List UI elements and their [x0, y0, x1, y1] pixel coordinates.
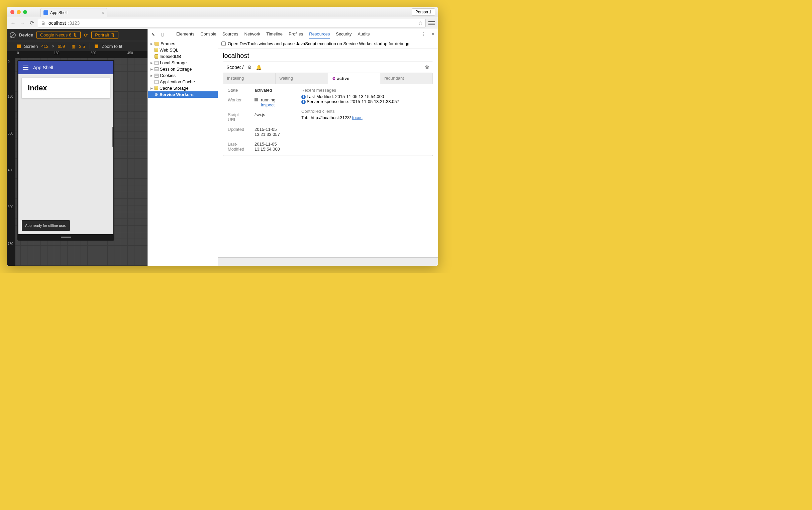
browser-menu-button[interactable] — [428, 21, 435, 25]
script-value: /sw.js — [254, 112, 265, 122]
device-mode-toggle-icon[interactable]: ▯ — [161, 31, 164, 37]
sw-tab-installing[interactable]: installing — [223, 73, 276, 84]
tab-security[interactable]: Security — [336, 31, 352, 36]
zoom-checkbox[interactable] — [95, 45, 98, 48]
bell-icon[interactable]: 🔔 — [256, 64, 262, 70]
phone-screen[interactable]: App Shell Index App ready for offline us… — [19, 61, 113, 234]
offline-toast: App ready for offline use. — [22, 220, 70, 231]
devtools-close-icon[interactable]: × — [432, 31, 434, 37]
tab-console[interactable]: Console — [200, 31, 216, 36]
tree-label: Session Storage — [160, 66, 192, 72]
tab-close-button[interactable]: × — [102, 10, 104, 16]
hamburger-icon[interactable] — [23, 65, 28, 69]
ruler-tick: 0 — [17, 51, 19, 55]
sw-tab-label: active — [337, 76, 350, 81]
device-bar-1: Device Google Nexus 6 ⇅ ⟳ Portrait ⇅ — [7, 29, 148, 41]
no-throttle-icon[interactable] — [10, 32, 16, 38]
ruler-tick: 150 — [8, 95, 13, 98]
tree-label: IndexedDB — [159, 54, 181, 59]
tree-indexeddb[interactable]: IndexedDB — [148, 53, 218, 60]
screen-width[interactable]: 412 — [41, 44, 49, 49]
dpr-value[interactable]: 3.5 — [79, 44, 85, 49]
tab-network[interactable]: Network — [244, 31, 261, 36]
tree-appcache[interactable]: Application Cache — [148, 79, 218, 85]
msg-row: iLast-Modified: 2015-11-05 13:15:54.000 — [301, 94, 399, 99]
browser-tab[interactable]: App Shell × — [40, 8, 107, 17]
tab-audits[interactable]: Audits — [358, 31, 369, 36]
tab-sources[interactable]: Sources — [222, 31, 238, 36]
reload-button[interactable]: ⟳ — [28, 20, 35, 26]
content-area: Device Google Nexus 6 ⇅ ⟳ Portrait ⇅ Scr… — [7, 29, 438, 266]
stop-icon[interactable] — [254, 98, 258, 102]
screen-height[interactable]: 659 — [58, 44, 65, 49]
msg-text: Last-Modified: 2015-11-05 13:15:54.000 — [307, 94, 384, 99]
tree-cookies[interactable]: ▶Cookies — [148, 72, 218, 79]
sw-tab-waiting[interactable]: waiting — [276, 73, 328, 84]
ruler-tick: 0 — [8, 60, 10, 64]
dpr-icon[interactable]: ▦ — [71, 44, 76, 49]
worker-value: runninginspect — [254, 97, 275, 107]
app-body: Index App ready for offline use. — [19, 74, 113, 234]
sw-scope-box: Scope: / ⚙ 🔔 🗑 installing waiting ⚙activ… — [223, 62, 433, 156]
forward-button[interactable]: → — [19, 20, 26, 26]
storage-icon — [154, 67, 158, 71]
state-value: activated — [254, 88, 272, 93]
back-button[interactable]: ← — [10, 20, 17, 26]
tree-serviceworkers[interactable]: ⚙Service Workers — [148, 91, 218, 98]
inspect-icon[interactable]: ⬉ — [151, 31, 155, 37]
worker-status: running — [261, 97, 275, 103]
minimize-window-button[interactable] — [17, 10, 21, 14]
tree-frames[interactable]: ▶Frames — [148, 40, 218, 47]
tree-sessionstorage[interactable]: ▶Session Storage — [148, 66, 218, 72]
devtools-menu-icon[interactable]: ⋮ — [421, 31, 426, 37]
lastmod-value: 2015-11-05 13:15:54.000 — [254, 142, 288, 151]
orientation-value: Portrait — [95, 32, 109, 37]
inspect-link[interactable]: inspect — [261, 103, 275, 107]
devtools-tabs: ⬉ ▯ Elements Console Sources Network Tim… — [148, 29, 438, 39]
dimension-x: × — [52, 44, 55, 49]
maximize-window-button[interactable] — [23, 10, 27, 14]
phone-scrollbar[interactable] — [112, 127, 113, 147]
gear-icon[interactable]: ⚙ — [247, 64, 252, 70]
tree-websql[interactable]: Web SQL — [148, 47, 218, 53]
site-info-icon[interactable]: 🗎 — [41, 21, 46, 26]
appcache-icon — [154, 80, 158, 84]
tab-timeline[interactable]: Timeline — [266, 31, 282, 36]
sw-host: localhost — [218, 49, 438, 62]
tree-cachestorage[interactable]: ▶Cache Storage — [148, 85, 218, 91]
address-host: localhost — [48, 21, 66, 26]
tree-localstorage[interactable]: ▶Local Storage — [148, 60, 218, 66]
db-icon — [154, 48, 158, 52]
worker-label: Worker — [228, 97, 248, 107]
tab-resources[interactable]: Resources — [309, 31, 330, 39]
traffic-lights — [10, 10, 27, 14]
tab-elements[interactable]: Elements — [176, 31, 194, 36]
ruler-tick: 750 — [8, 242, 13, 246]
client-row: Tab: http://localhost:3123/ focus — [301, 115, 399, 120]
device-selector[interactable]: Google Nexus 6 ⇅ — [36, 31, 81, 39]
ruler-tick: 300 — [91, 51, 96, 55]
trash-icon[interactable]: 🗑 — [425, 64, 429, 70]
sw-tab-active[interactable]: ⚙active — [328, 73, 381, 84]
clients-label: Controlled clients — [301, 109, 399, 114]
orientation-selector[interactable]: Portrait ⇅ — [91, 31, 118, 39]
resources-tree: ▶Frames Web SQL IndexedDB ▶Local Storage… — [148, 39, 218, 266]
sw-main-panel: Open DevTools window and pause JavaScrip… — [218, 39, 438, 266]
focus-link[interactable]: focus — [352, 115, 363, 120]
pause-on-start-checkbox[interactable] — [221, 41, 226, 46]
chevron-icon: ⇅ — [73, 32, 77, 37]
screen-checkbox[interactable] — [17, 45, 21, 48]
ruler-tick: 150 — [54, 51, 60, 55]
tree-label: Frames — [160, 41, 175, 46]
tab-profiles[interactable]: Profiles — [289, 31, 303, 36]
profile-button[interactable]: Person 1 — [412, 8, 435, 16]
ruler-horizontal: 0 150 300 450 — [7, 51, 148, 58]
address-bar[interactable]: 🗎 localhost:3123 ☆ — [38, 19, 426, 27]
rotate-icon[interactable]: ⟳ — [84, 32, 88, 38]
sw-tab-redundant[interactable]: redundant — [380, 73, 433, 84]
bookmark-star-icon[interactable]: ☆ — [418, 21, 423, 26]
db-icon — [154, 54, 158, 59]
info-icon: i — [301, 95, 306, 99]
close-window-button[interactable] — [10, 10, 14, 14]
app-header: App Shell — [19, 61, 113, 74]
